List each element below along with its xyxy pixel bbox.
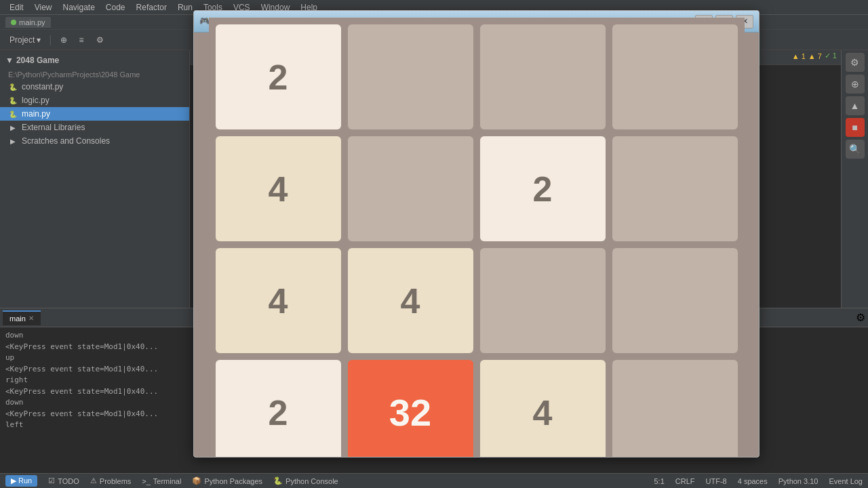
menu-code[interactable]: Code	[102, 1, 130, 14]
menu-view[interactable]: View	[31, 1, 56, 14]
sidebar-item-label-scratches: Scratches and Consoles	[22, 136, 110, 146]
toolbar-project-dropdown[interactable]: Project ▾	[5, 33, 45, 47]
menu-edit[interactable]: Edit	[5, 1, 28, 14]
sidebar-project-header[interactable]: ▼ 2048 Game	[0, 53, 189, 68]
panel-tab-close[interactable]: ✕	[28, 314, 34, 322]
sidebar-item-label-ext: External Libraries	[22, 123, 85, 132]
chevron-down-icon: ▾	[37, 35, 41, 45]
alt-count: ▲ 7	[808, 52, 822, 60]
tile-0-3	[612, 24, 738, 129]
tile-2-1: 4	[348, 248, 473, 353]
problems-icon: ⚠	[90, 476, 97, 485]
status-python-packages[interactable]: 📦 Python Packages	[192, 476, 262, 485]
menu-refactor[interactable]: Refactor	[132, 1, 171, 14]
sidebar-path: E:\Python\PycharmProjects\2048 Game	[0, 68, 189, 80]
sidebar-project-label: 2048 Game	[16, 56, 59, 65]
panel-tab-label: main	[9, 314, 26, 323]
package-icon: 📦	[192, 476, 201, 485]
ide-tab-label: main.py	[19, 18, 45, 26]
game-board-container: 2 4 2 4 4 2 32 4	[194, 33, 759, 457]
ok-count: ✓ 1	[825, 52, 837, 60]
status-todo[interactable]: ☑ TODO	[48, 476, 79, 485]
tile-1-1	[348, 136, 473, 241]
tile-3-1: 32	[348, 360, 473, 458]
rs-icon-1[interactable]: ⚙	[846, 53, 865, 72]
status-bar: ▶ Run ☑ TODO ⚠ Problems >_ Terminal 📦 Py…	[0, 473, 868, 488]
sidebar-item-scratches[interactable]: ▶ Scratches and Consoles	[0, 134, 189, 148]
toolbar-collapse-icon[interactable]: ≡	[75, 33, 88, 47]
tile-2-0: 4	[216, 248, 341, 353]
rs-icon-4[interactable]: ■	[846, 118, 865, 137]
sidebar: ▼ 2048 Game E:\Python\PycharmProjects\20…	[0, 50, 190, 308]
status-crlf: CRLF	[675, 477, 695, 485]
status-python-console[interactable]: 🐍 Python Console	[273, 476, 338, 485]
sidebar-item-main[interactable]: 🐍 main.py	[0, 107, 189, 121]
tile-2-3	[612, 248, 738, 353]
rs-icon-2[interactable]: ⊕	[846, 75, 865, 94]
python-file-icon-2: 🐍	[8, 96, 18, 105]
tile-2-2	[480, 248, 606, 353]
panel-settings-icon[interactable]: ⚙	[856, 311, 865, 324]
sidebar-item-label-constant: constant.py	[22, 82, 63, 92]
library-icon: ▶	[8, 123, 18, 132]
tile-0-2	[480, 24, 606, 129]
sidebar-item-label-main: main.py	[22, 109, 50, 119]
console-icon: 🐍	[273, 476, 283, 485]
sidebar-item-logic[interactable]: 🐍 logic.py	[0, 94, 189, 107]
status-terminal[interactable]: >_ Terminal	[142, 477, 181, 485]
python-file-icon: 🐍	[8, 82, 18, 92]
status-event-log[interactable]: Event Log	[829, 477, 863, 485]
tile-1-0: 4	[216, 136, 341, 241]
python-file-icon-3: 🐍	[8, 109, 18, 119]
tile-0-1	[348, 24, 473, 129]
status-problems[interactable]: ⚠ Problems	[90, 476, 131, 485]
game-window: 🎮 2048 – □ ✕ 2 4 2 4 4 2 32	[193, 10, 760, 458]
rs-icon-5[interactable]: 🔍	[846, 140, 865, 159]
menu-navigate[interactable]: Navigate	[58, 1, 98, 14]
tile-3-2: 4	[480, 360, 606, 458]
todo-icon: ☑	[48, 476, 55, 485]
game-grid: 2 4 2 4 4 2 32 4	[209, 18, 745, 458]
right-sidebar: ⚙ ⊕ ▲ ■ 🔍	[841, 50, 868, 308]
run-button[interactable]: ▶ Run	[5, 475, 37, 487]
rs-icon-3[interactable]: ▲	[846, 96, 865, 115]
panel-tab-main[interactable]: main ✕	[3, 310, 41, 325]
tile-0-0: 2	[216, 24, 341, 129]
file-icon-dot	[11, 20, 16, 25]
scratches-icon: ▶	[8, 136, 18, 146]
status-encoding: UTF-8	[706, 477, 727, 485]
status-indent: 4 spaces	[738, 477, 768, 485]
tile-1-3	[612, 136, 738, 241]
sidebar-item-constant[interactable]: 🐍 constant.py	[0, 80, 189, 94]
folder-icon: ▼	[5, 56, 14, 65]
sidebar-item-external-libraries[interactable]: ▶ External Libraries	[0, 121, 189, 134]
tile-3-3	[612, 360, 738, 458]
warning-count: ▲ 1	[792, 52, 806, 60]
ide-tab-main[interactable]: main.py	[5, 17, 51, 28]
tile-3-0: 2	[216, 360, 341, 458]
status-python-version: Python 3.10	[778, 477, 818, 485]
toolbar-settings-icon[interactable]: ⚙	[92, 33, 108, 47]
project-label: Project	[9, 35, 35, 45]
sidebar-item-label-logic: logic.py	[22, 96, 50, 105]
warning-badges: ▲ 1 ▲ 7 ✓ 1	[788, 50, 841, 62]
status-position: 5:1	[654, 477, 665, 485]
terminal-icon: >_	[142, 477, 151, 485]
toolbar-sync-icon[interactable]: ⊕	[56, 33, 71, 47]
tile-1-2: 2	[480, 136, 606, 241]
